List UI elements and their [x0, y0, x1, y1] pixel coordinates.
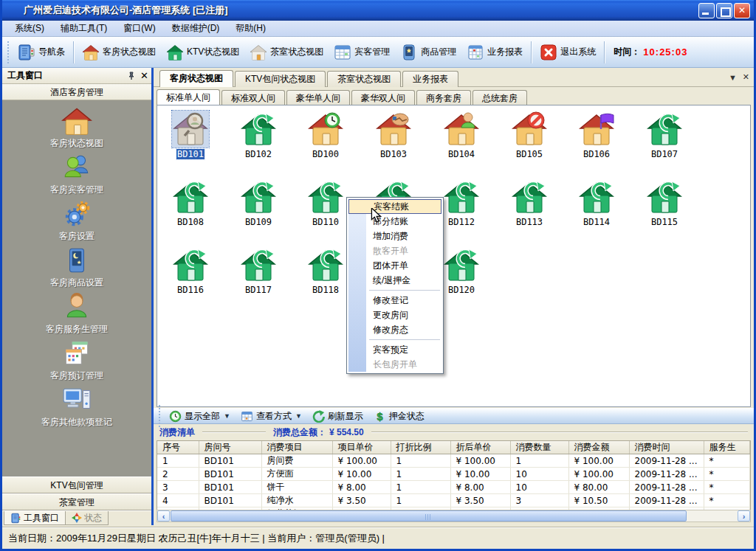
table-cell: 1 — [391, 494, 450, 507]
scroll-right-arrow-icon[interactable]: › — [738, 510, 750, 521]
menubar-item-5[interactable]: 帮助(H) — [227, 21, 274, 36]
context-menu-item-3[interactable]: 增加消费 — [348, 229, 441, 243]
pin-icon[interactable] — [127, 72, 136, 80]
table-column-header[interactable]: 打折比例 — [391, 441, 450, 454]
sidebar-item-4[interactable]: 客房商品设置 — [2, 245, 151, 291]
maximize-button[interactable] — [716, 3, 732, 18]
room-list-toolbar: 显示全部▼查看方式▼刷新显示$押金状态 — [154, 408, 754, 424]
toolbar-button-goods[interactable]: 商品管理 — [395, 41, 461, 63]
sidebar-group-tea[interactable]: 茶室管理 — [2, 493, 151, 510]
minimize-button[interactable] — [698, 3, 715, 18]
toolbar-button-ktv-house[interactable]: KTV状态视图 — [161, 41, 244, 63]
room-type-tab-3[interactable]: 豪华单人间 — [286, 90, 350, 105]
room-BD102[interactable]: BD102 — [227, 111, 290, 159]
chevron-down-icon[interactable]: ▼ — [295, 412, 302, 420]
room-BD107[interactable]: BD107 — [633, 111, 696, 159]
room-BD114[interactable]: BD114 — [565, 179, 628, 227]
room-type-tab-1[interactable]: 标准单人间 — [157, 89, 220, 105]
room-type-tab-4[interactable]: 豪华双人间 — [351, 90, 415, 105]
toolbar-button-exit[interactable]: 退出系统 — [535, 41, 601, 63]
scrollbar-thumb[interactable] — [171, 510, 687, 521]
table-column-header[interactable]: 房间号 — [199, 441, 261, 454]
toolbar-button-label: 客房状态视图 — [103, 46, 156, 58]
close-tab-icon[interactable]: ✕ — [743, 72, 749, 82]
sidebar-tab-status[interactable]: 状态 — [66, 511, 109, 525]
room-list-toolbar-clock[interactable]: 显示全部▼ — [164, 409, 236, 423]
context-menu-item-12[interactable]: 宾客预定 — [348, 342, 441, 357]
toolbar-button-room-house[interactable]: 客房状态视图 — [77, 41, 161, 63]
room-BD101[interactable]: BD101 — [159, 111, 222, 159]
close-icon[interactable]: ✕ — [140, 70, 148, 81]
tab-4[interactable]: 业务报表 — [402, 71, 458, 87]
close-button[interactable] — [734, 3, 750, 18]
table-column-header[interactable]: 项目单价 — [332, 441, 391, 454]
room-BD117[interactable]: BD117 — [227, 246, 290, 295]
table-cell: * — [704, 481, 750, 494]
table-column-header[interactable]: 序号 — [157, 441, 199, 454]
toolbar-button-guest-manage[interactable]: 宾客管理 — [329, 41, 395, 63]
table-row[interactable]: 3BD101饼干¥ 8.001¥ 8.0010¥ 80.002009-11-28… — [157, 481, 750, 494]
table-column-header[interactable]: 消费项目 — [261, 441, 332, 454]
menubar-item-1[interactable]: 系统(S) — [7, 21, 52, 36]
menubar-item-4[interactable]: 数据维护(D) — [164, 21, 228, 36]
toolbar-button-navigator[interactable]: 导航条 — [13, 41, 70, 63]
room-BD109[interactable]: BD109 — [227, 179, 290, 227]
sidebar-group-ktv[interactable]: KTV包间管理 — [2, 477, 151, 493]
table-row[interactable]: 4BD101纯净水¥ 3.501¥ 3.503¥ 10.502009-11-28… — [157, 494, 750, 507]
context-menu-item-1[interactable]: 宾客结账 — [348, 199, 441, 214]
room-BD100[interactable]: BD100 — [294, 111, 357, 159]
room-BD103[interactable]: BD103 — [362, 111, 425, 159]
context-menu-item-5[interactable]: 团体开单 — [348, 258, 441, 273]
toolbar-button-tea-house[interactable]: 茶室状态视图 — [244, 41, 329, 63]
table-column-header[interactable]: 消费数量 — [510, 441, 568, 454]
menubar-item-3[interactable]: 窗口(W) — [115, 21, 163, 36]
room-list-toolbar-refresh[interactable]: 刷新显示 — [307, 409, 368, 423]
room-BD104[interactable]: BD104 — [430, 111, 493, 159]
tab-3[interactable]: 茶室状态视图 — [327, 71, 401, 87]
view-mode-icon — [241, 410, 253, 423]
room-vacant-icon — [172, 179, 209, 215]
toolbar-grip[interactable] — [6, 41, 10, 63]
table-row[interactable]: 2BD101方便面¥ 10.001¥ 10.0010¥ 100.002009-1… — [157, 468, 750, 481]
menubar-item-2[interactable]: 辅助工具(T) — [52, 21, 115, 36]
table-column-header[interactable]: 消费金额 — [568, 441, 629, 454]
room-vacant-icon — [646, 179, 683, 215]
context-menu-item-2[interactable]: 部分结账 — [348, 214, 441, 229]
table-column-header[interactable]: 折后单价 — [450, 441, 510, 454]
room-BD106[interactable]: BD106 — [565, 111, 628, 159]
scroll-left-arrow-icon[interactable]: ‹ — [157, 510, 170, 521]
toolbar-button-report[interactable]: 业务报表 — [461, 41, 528, 63]
chevron-down-icon[interactable]: ▼ — [224, 412, 230, 420]
table-column-header[interactable]: 消费时间 — [629, 441, 704, 454]
room-type-tab-2[interactable]: 标准双人间 — [221, 90, 285, 105]
room-type-tab-6[interactable]: 总统套房 — [472, 90, 527, 105]
context-menu-item-8[interactable]: 修改登记 — [348, 293, 441, 308]
house-red-icon — [61, 105, 92, 136]
horizontal-scrollbar[interactable]: ‹ › — [157, 510, 751, 522]
sidebar-tab-toolwindow[interactable]: 工具窗口 — [4, 511, 66, 525]
context-menu-item-10[interactable]: 修改房态 — [348, 322, 441, 337]
room-type-tab-5[interactable]: 商务套房 — [416, 90, 471, 105]
room-BD105[interactable]: BD105 — [498, 111, 561, 159]
table-row[interactable]: 1BD101房间费¥ 100.001¥ 100.001¥ 100.002009-… — [157, 454, 750, 468]
room-list-toolbar-deposit-dollar[interactable]: $押金状态 — [368, 409, 430, 423]
sidebar-group-hotel-rooms[interactable]: 酒店客房管理 — [2, 84, 151, 100]
room-label: BD113 — [516, 217, 543, 227]
chevron-down-icon[interactable]: ▼ — [729, 73, 737, 82]
sidebar-item-3[interactable]: 客房设置 — [2, 198, 151, 245]
sidebar-item-6[interactable]: 客房预订管理 — [2, 338, 151, 384]
room-BD116[interactable]: BD116 — [159, 246, 222, 295]
tab-2[interactable]: KTV包间状态视图 — [235, 71, 326, 87]
tab-1[interactable]: 客房状态视图 — [159, 70, 233, 87]
context-menu-item-6[interactable]: 续/退押金 — [348, 273, 441, 288]
room-BD113[interactable]: BD113 — [498, 179, 561, 227]
context-menu-item-9[interactable]: 更改房间 — [348, 308, 441, 322]
room-BD108[interactable]: BD108 — [159, 179, 222, 227]
sidebar-item-7[interactable]: 客房其他款项登记 — [2, 384, 151, 431]
room-list-toolbar-view-mode[interactable]: 查看方式▼ — [236, 409, 307, 423]
room-BD115[interactable]: BD115 — [633, 179, 696, 227]
table-column-header[interactable]: 服务生 — [704, 441, 750, 454]
sidebar-item-1[interactable]: 客房状态视图 — [2, 105, 151, 152]
sidebar-item-5[interactable]: 客房服务生管理 — [2, 291, 151, 338]
sidebar-item-2[interactable]: 客房宾客管理 — [2, 152, 151, 198]
